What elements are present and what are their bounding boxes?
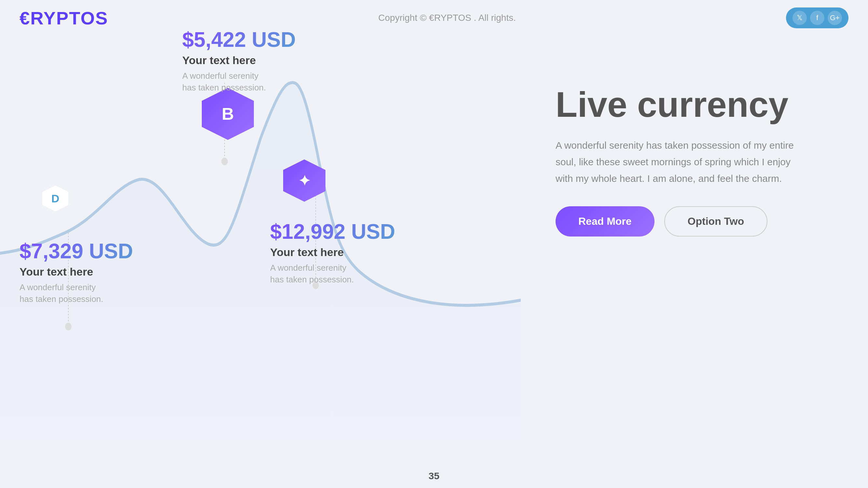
chart-area: B ✦ D $5,422 USD Your text here A wonder…: [0, 0, 521, 488]
dash-title: Your text here: [20, 265, 133, 278]
page-number: 35: [429, 470, 439, 482]
dash-price: $7,329 USD: [20, 241, 133, 262]
ripple-point: ✦: [283, 159, 326, 202]
ripple-hex: ✦: [283, 159, 326, 202]
bitcoin-point: B: [202, 88, 254, 140]
bitcoin-hex: B: [202, 88, 254, 140]
read-more-button[interactable]: Read More: [556, 206, 654, 236]
bitcoin-desc: A wonderful serenity has taken possessio…: [182, 70, 273, 94]
price-block-bitcoin: $5,422 USD Your text here A wonderful se…: [182, 29, 296, 94]
dash-hex: D: [42, 186, 68, 212]
logo: €RYPTOS: [20, 7, 108, 29]
google-icon[interactable]: G+: [828, 11, 842, 25]
option-two-button[interactable]: Option Two: [664, 206, 768, 236]
price-block-ripple: $12,992 USD Your text here A wonderful s…: [270, 221, 395, 286]
ripple-desc: A wonderful serenity has taken possessio…: [270, 262, 361, 286]
button-group: Read More Option Two: [556, 206, 848, 236]
svg-point-3: [221, 158, 228, 165]
copyright-text: Copyright © €RYPTOS . All rights.: [378, 11, 516, 24]
twitter-icon[interactable]: 𝕏: [793, 11, 807, 25]
facebook-icon[interactable]: f: [810, 11, 825, 25]
info-title: Live currency: [556, 85, 848, 124]
ripple-price: $12,992 USD: [270, 221, 395, 242]
header: €RYPTOS Copyright © €RYPTOS . All rights…: [0, 0, 868, 36]
info-description: A wonderful serenity has taken possessio…: [556, 137, 809, 187]
ripple-title: Your text here: [270, 246, 395, 259]
price-block-dash: $7,329 USD Your text here A wonderful se…: [20, 241, 133, 305]
svg-point-5: [65, 323, 71, 330]
info-panel: Live currency A wonderful serenity has t…: [556, 85, 848, 236]
dash-point: D: [42, 186, 68, 212]
bitcoin-title: Your text here: [182, 54, 296, 67]
dash-desc: A wonderful serenity has taken possessio…: [20, 282, 111, 305]
social-icons-group: 𝕏 f G+: [786, 7, 848, 28]
